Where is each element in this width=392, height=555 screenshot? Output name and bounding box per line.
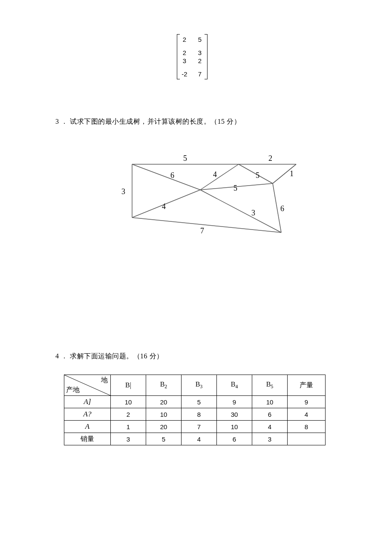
matrix-cell: -2	[182, 70, 187, 78]
col-header-b5: B5	[252, 375, 288, 396]
edge-label: 7	[200, 227, 204, 235]
cell: 9	[288, 396, 326, 408]
cell: 10	[146, 408, 182, 421]
cell: 6	[252, 408, 288, 421]
matrix-cell: 5	[197, 36, 203, 43]
q4-sep: ．	[61, 352, 68, 360]
row-label-demand: 销量	[64, 433, 111, 445]
cell: 4	[252, 421, 288, 433]
row-label-a2: A?	[64, 408, 111, 421]
cell: 8	[182, 408, 217, 421]
cell: 4	[182, 433, 217, 445]
cell: 5	[146, 433, 182, 445]
cell: 10	[111, 396, 146, 408]
question-4: 4 ． 求解下面运输问题。（16 分）	[55, 352, 164, 361]
table-row: A 1 20 7 10 4 8	[64, 421, 326, 433]
cell: 30	[217, 408, 252, 421]
matrix-cell: 3	[182, 57, 187, 64]
matrix-cell: 3	[197, 49, 203, 56]
cell: 3	[111, 433, 146, 445]
matrix-cell: 2	[182, 36, 187, 43]
edge-label: 3	[251, 209, 255, 217]
cell: 10	[217, 421, 252, 433]
cell: 20	[146, 421, 182, 433]
corner-bottom-label: 产地	[66, 386, 80, 395]
matrix: 2 5 2 3 3 2 -2 7	[177, 34, 208, 79]
cell: 8	[288, 421, 326, 433]
svg-line-9	[132, 190, 200, 218]
q3-sep: ．	[61, 118, 68, 125]
matrix-cell: 7	[197, 70, 203, 78]
svg-line-5	[132, 164, 200, 190]
svg-line-6	[200, 164, 239, 190]
matrix-body: 2 5 2 3 3 2 -2 7	[181, 34, 204, 79]
col-header-b2: B2	[146, 375, 182, 396]
q3-text: 试求下图的最小生成树，并计算该树的长度。（15 分）	[70, 118, 241, 125]
table-corner: 地 产地	[64, 375, 111, 396]
svg-line-12	[132, 218, 281, 232]
matrix-cell: 2	[182, 49, 187, 56]
cell: 5	[182, 396, 217, 408]
cell: 20	[146, 396, 182, 408]
edge-label: 2	[268, 154, 272, 163]
question-3: 3 ． 试求下图的最小生成树，并计算该树的长度。（15 分）	[55, 117, 241, 126]
edge-label: 5	[183, 154, 187, 163]
transport-table: 地 产地 B| B2 B3 B4 B5 产量 A] 10 20 5 9 10 9…	[64, 375, 326, 445]
col-header-b3: B3	[182, 375, 217, 396]
cell: 7	[182, 421, 217, 433]
cell: 1	[111, 421, 146, 433]
table-row: 销量 3 5 4 6 3	[64, 433, 326, 445]
q4-number: 4	[55, 352, 59, 360]
col-header-b4: B4	[217, 375, 252, 396]
cell: 9	[217, 396, 252, 408]
q4-text: 求解下面运输问题。（16 分）	[70, 352, 164, 360]
cell: 3	[252, 433, 288, 445]
cell: 10	[252, 396, 288, 408]
q3-number: 3	[55, 118, 59, 125]
edge-label: 1	[290, 169, 294, 178]
cell	[288, 433, 326, 445]
matrix-right-bracket	[205, 34, 208, 79]
matrix-cell: 2	[197, 57, 203, 64]
cell: 6	[217, 433, 252, 445]
svg-line-10	[200, 190, 281, 232]
row-label-a3: A	[64, 421, 111, 433]
edge-label: 4	[162, 202, 166, 211]
edge-label: 6	[280, 204, 284, 213]
graph-diagram: 5 2 1 5 5 6 4 3 4 3 6 7	[111, 151, 303, 245]
corner-top-label: 地	[101, 376, 108, 385]
cell: 2	[111, 408, 146, 421]
edge-label: 5	[233, 184, 237, 192]
cell: 4	[288, 408, 326, 421]
table-row: A] 10 20 5 9 10 9	[64, 396, 326, 408]
edge-label: 6	[170, 171, 174, 180]
matrix-left-bracket	[177, 34, 180, 79]
table-row: A? 2 10 8 30 6 4	[64, 408, 326, 421]
row-label-a1: A]	[64, 396, 111, 408]
edge-label: 4	[213, 170, 217, 179]
edge-label: 3	[121, 187, 125, 196]
edge-label: 5	[256, 171, 259, 180]
col-header-b1: B|	[111, 375, 146, 396]
svg-line-11	[273, 183, 281, 232]
col-header-supply: 产量	[288, 375, 326, 396]
